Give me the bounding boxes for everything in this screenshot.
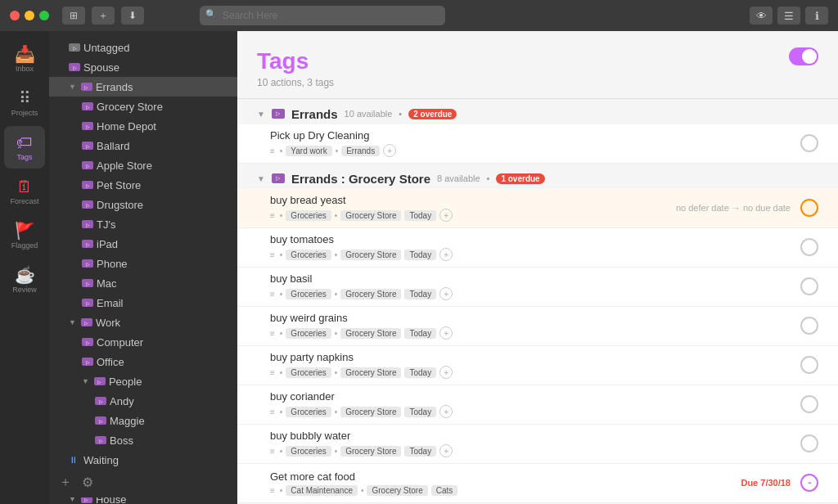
tree-item-pet-store[interactable]: Pet Store	[49, 175, 237, 195]
sidebar-toggle-button[interactable]: ⊞	[62, 7, 85, 25]
tree-item-boss[interactable]: Boss	[49, 430, 237, 450]
task-buy-bubbly-water[interactable]: buy bubbly water ≡ • Groceries • Grocery…	[237, 425, 838, 464]
errands-disclosure[interactable]: ▼	[69, 83, 76, 91]
new-item-button[interactable]: ＋	[92, 7, 115, 25]
people-disclosure[interactable]: ▼	[82, 377, 89, 385]
task-buy-coriander[interactable]: buy coriander ≡ • Groceries • Grocery St…	[237, 385, 838, 425]
tag-today[interactable]: Today	[404, 328, 436, 339]
sidebar-item-projects[interactable]: ⠿ Projects	[4, 82, 45, 124]
tree-item-grocery-store[interactable]: Grocery Store	[49, 97, 237, 116]
task-checkbox-cat-food[interactable]	[800, 474, 818, 492]
view-icon-button[interactable]: 👁	[750, 7, 773, 25]
tree-item-mac[interactable]: Mac	[49, 273, 237, 293]
tree-label-ballard: Ballard	[97, 140, 129, 152]
settings-button[interactable]: ⚙	[82, 475, 93, 490]
add-tag-button[interactable]: +	[439, 444, 453, 457]
add-tag-button[interactable]: +	[439, 209, 453, 222]
tree-item-home-depot[interactable]: Home Depot	[49, 116, 237, 136]
tag-today[interactable]: Today	[404, 210, 436, 221]
tag-groceries[interactable]: Groceries	[286, 289, 331, 299]
add-tag-button[interactable]: +	[439, 248, 453, 261]
tag-grocery-store[interactable]: Grocery Store	[340, 289, 401, 299]
grocery-group-disclosure[interactable]: ▼	[257, 174, 265, 183]
sidebar-item-review[interactable]: ☕ Review	[4, 259, 45, 301]
tag-yard-work[interactable]: Yard work	[286, 146, 331, 156]
sidebar-item-inbox[interactable]: 📥 Inbox	[4, 38, 45, 80]
sidebar-item-forecast[interactable]: 🗓 Forecast	[4, 170, 45, 213]
tag-today[interactable]: Today	[404, 407, 436, 417]
tree-item-ballard[interactable]: Ballard	[49, 136, 237, 155]
add-tag-button[interactable]: ＋	[59, 474, 72, 491]
tag-cats[interactable]: Cats	[431, 485, 458, 496]
tree-item-spouse[interactable]: Spouse	[49, 57, 237, 77]
tag-groceries[interactable]: Groceries	[286, 210, 331, 221]
list-icon-button[interactable]: ☰	[777, 7, 800, 25]
tree-item-tjs[interactable]: TJ's	[49, 214, 237, 234]
tag-groceries[interactable]: Groceries	[286, 407, 331, 417]
task-checkbox-coriander[interactable]	[800, 395, 818, 413]
task-coriander-tags: ≡ • Groceries • Grocery Store Today +	[270, 405, 800, 418]
errands-group-title: Errands	[291, 107, 338, 121]
minimize-button[interactable]	[25, 11, 34, 20]
tag-groceries[interactable]: Groceries	[286, 250, 331, 260]
tag-grocery-store[interactable]: Grocery Store	[340, 407, 401, 417]
tag-errands[interactable]: Errands	[341, 146, 380, 156]
tree-item-phone[interactable]: Phone	[49, 254, 237, 273]
tag-grocery-store[interactable]: Grocery Store	[340, 250, 401, 260]
tag-grocery-store[interactable]: Grocery Store	[340, 328, 401, 339]
tag-grocery-store[interactable]: Grocery Store	[340, 446, 401, 457]
tag-groceries[interactable]: Groceries	[286, 367, 331, 378]
tree-item-untagged[interactable]: Untagged	[49, 38, 237, 57]
add-tag-button[interactable]: +	[439, 287, 453, 300]
tag-grocery-store[interactable]: Grocery Store	[340, 367, 401, 378]
tag-today[interactable]: Today	[404, 446, 436, 457]
search-input[interactable]	[200, 6, 445, 25]
tree-item-errands[interactable]: ▼ Errands	[49, 77, 237, 97]
tree-item-andy[interactable]: Andy	[49, 391, 237, 411]
task-buy-weird-grains[interactable]: buy weird grains ≡ • Groceries • Grocery…	[237, 307, 838, 346]
tag-today[interactable]: Today	[404, 250, 436, 260]
task-buy-party-napkins[interactable]: buy party napkins ≡ • Groceries • Grocer…	[237, 346, 838, 385]
task-buy-tomatoes[interactable]: buy tomatoes ≡ • Groceries • Grocery Sto…	[237, 228, 838, 268]
maximize-button[interactable]	[39, 11, 49, 20]
task-checkbox[interactable]	[800, 134, 818, 152]
task-checkbox-water[interactable]	[800, 434, 818, 452]
work-disclosure[interactable]: ▼	[69, 318, 76, 326]
task-checkbox-napkins[interactable]	[800, 356, 818, 374]
tag-grocery-store[interactable]: Grocery Store	[340, 210, 401, 221]
tree-item-drugstore[interactable]: Drugstore	[49, 195, 237, 214]
sidebar-item-tags[interactable]: 🏷 Tags	[4, 126, 45, 169]
tree-item-people[interactable]: ▼ People	[49, 371, 237, 391]
sidebar-item-flagged[interactable]: 🚩 Flagged	[4, 214, 45, 257]
task-buy-bread-yeast[interactable]: buy bread yeast ≡ • Groceries • Grocery …	[237, 189, 838, 228]
download-button[interactable]: ⬇	[121, 7, 144, 25]
tree-item-computer[interactable]: Computer	[49, 332, 237, 352]
info-icon-button[interactable]: ℹ	[805, 7, 828, 25]
tree-item-maggie[interactable]: Maggie	[49, 411, 237, 430]
tag-grocery-store[interactable]: Grocery Store	[367, 485, 427, 496]
tree-item-apple-store[interactable]: Apple Store	[49, 155, 237, 175]
add-tag-button[interactable]: +	[439, 405, 453, 418]
add-tag-button[interactable]: +	[439, 326, 453, 340]
task-checkbox-tomatoes[interactable]	[800, 238, 818, 256]
tag-cat-maintenance[interactable]: Cat Maintenance	[286, 485, 358, 496]
tag-today[interactable]: Today	[404, 289, 436, 299]
errands-group-disclosure[interactable]: ▼	[257, 110, 265, 119]
task-checkbox-bread-yeast[interactable]	[800, 199, 818, 217]
tag-groceries[interactable]: Groceries	[286, 446, 331, 457]
tree-item-email[interactable]: Email	[49, 293, 237, 313]
tree-item-work[interactable]: ▼ Work	[49, 313, 237, 332]
task-get-cat-food[interactable]: Get more cat food ≡ • Cat Maintenance • …	[237, 464, 838, 503]
task-pick-up-dry-cleaning[interactable]: Pick up Dry Cleaning ≡ • Yard work • Err…	[237, 124, 838, 164]
add-tag-button[interactable]: +	[383, 144, 396, 157]
task-checkbox-basil[interactable]	[800, 277, 818, 295]
tree-item-ipad[interactable]: iPad	[49, 234, 237, 254]
tag-groceries[interactable]: Groceries	[286, 328, 331, 339]
add-tag-button[interactable]: +	[439, 366, 453, 379]
page-toggle[interactable]	[789, 47, 818, 65]
tag-today[interactable]: Today	[404, 367, 436, 378]
task-buy-basil[interactable]: buy basil ≡ • Groceries • Grocery Store …	[237, 268, 838, 307]
tree-item-office[interactable]: Office	[49, 352, 237, 371]
close-button[interactable]	[10, 11, 20, 20]
task-checkbox-grains[interactable]	[800, 317, 818, 335]
